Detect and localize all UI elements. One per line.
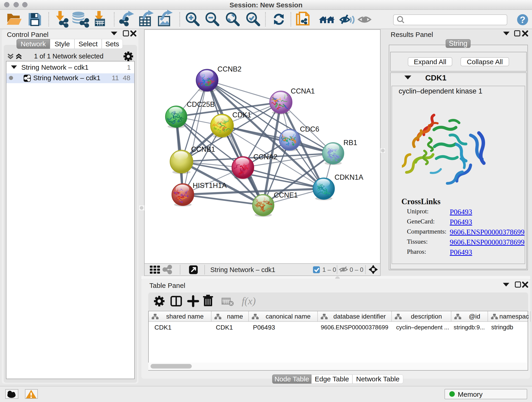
svg-text:RB1: RB1 [343,139,357,147]
svg-text:HIST1H1A: HIST1H1A [193,182,227,190]
svg-text:CCNE1: CCNE1 [274,191,298,199]
svg-text:?: ? [520,15,525,25]
svg-text:CDK1: CDK1 [232,111,251,119]
svg-text:CCNA1: CCNA1 [291,87,315,95]
svg-text:1 – 0: 1 – 0 [322,266,336,273]
svg-text:CDC25B: CDC25B [187,100,215,108]
svg-text:CCNA2: CCNA2 [253,153,278,161]
svg-text:CDC6: CDC6 [300,125,319,133]
svg-text:CCNB2: CCNB2 [217,65,241,73]
svg-text:CDKN1A: CDKN1A [335,173,363,181]
svg-text:CCNB1: CCNB1 [191,145,215,153]
svg-text:f(x): f(x) [242,295,256,307]
svg-text:String Network – cdk1: String Network – cdk1 [210,266,275,274]
svg-text:0 – 0: 0 – 0 [350,266,363,273]
